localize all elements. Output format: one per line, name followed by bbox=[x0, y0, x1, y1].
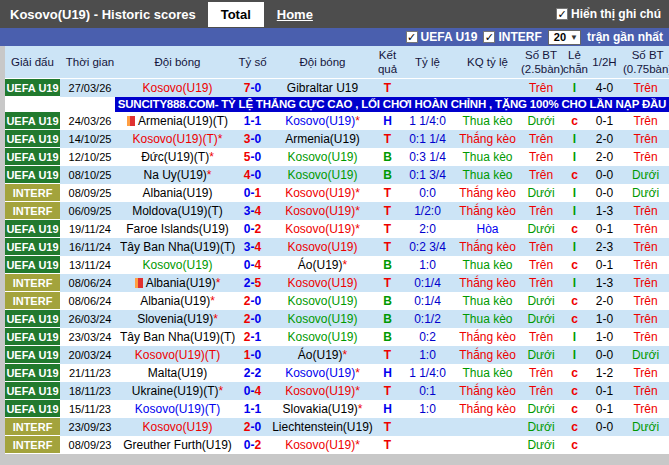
odds-cell: 1:0 bbox=[400, 256, 455, 274]
away-team[interactable]: Kosovo(U19)* bbox=[270, 382, 375, 400]
home-team[interactable]: Ukraine(U19)(T)* bbox=[120, 382, 235, 400]
over-under-2-5-cell: Dưới bbox=[520, 220, 562, 238]
league-badge: UEFA U19 bbox=[5, 346, 60, 364]
away-team[interactable]: Liechtenstein(U19) bbox=[270, 418, 375, 436]
column-header: Số BT (2.5bàn) bbox=[520, 48, 562, 77]
away-team[interactable]: Kosovo(U19)* bbox=[270, 112, 375, 130]
home-team[interactable]: Malta(U19) bbox=[120, 364, 235, 382]
odds-result-cell: Thua kèo bbox=[455, 364, 520, 382]
odd-even-cell: l bbox=[562, 274, 587, 292]
match-score: 1-0 bbox=[235, 346, 270, 364]
home-team[interactable]: Kosovo(U19)(T)* bbox=[120, 130, 235, 148]
result-cell: B bbox=[375, 310, 400, 328]
result-cell: T bbox=[375, 202, 400, 220]
home-team[interactable]: Albania(U19) bbox=[120, 184, 235, 202]
interf-checkbox[interactable]: ✓ bbox=[483, 31, 495, 43]
home-team[interactable]: Kosovo(U19) bbox=[120, 256, 235, 274]
league-badge: UEFA U19 bbox=[5, 238, 60, 256]
away-team[interactable]: Kosovo(U19)* bbox=[270, 220, 375, 238]
star-marker: * bbox=[355, 438, 360, 452]
ad-spacer bbox=[5, 97, 115, 112]
over-under-2-5-cell: Dưới bbox=[520, 418, 562, 436]
half-time-score-cell: 0-1 bbox=[587, 382, 622, 400]
uefa-checkbox[interactable]: ✓ bbox=[406, 31, 418, 43]
match-score: 0-4 bbox=[235, 256, 270, 274]
away-team[interactable]: Slovakia(U19)* bbox=[270, 400, 375, 418]
away-team[interactable]: Armenia(U19) bbox=[270, 130, 375, 148]
recent-count-select[interactable]: 20 ▼ bbox=[548, 30, 581, 45]
half-time-score-cell: 0-1 bbox=[587, 220, 622, 238]
away-team[interactable]: Kosovo(U19)* bbox=[270, 184, 375, 202]
half-time-score-cell: 0-1 bbox=[587, 112, 622, 130]
away-team[interactable]: Kosovo(U19)* bbox=[270, 364, 375, 382]
interf-filter: ✓ INTERF bbox=[483, 30, 541, 44]
home-team[interactable]: Tây Ban Nha(U19)(T)* bbox=[120, 328, 235, 346]
match-date: 23/09/23 bbox=[60, 418, 120, 436]
odds-result-cell: Thắng kèo bbox=[455, 274, 520, 292]
column-header: Tỷ lệ bbox=[400, 55, 455, 69]
home-team[interactable]: Kosovo(U19)(T) bbox=[120, 400, 235, 418]
away-team[interactable]: Áo(U19)* bbox=[270, 346, 375, 364]
home-team[interactable]: Greuther Furth(U19) bbox=[120, 436, 235, 454]
match-date: 12/10/25 bbox=[60, 148, 120, 166]
home-team[interactable]: Đức(U19)(T)* bbox=[120, 148, 235, 166]
match-date: 08/09/25 bbox=[60, 184, 120, 202]
table-body: UEFA U19 27/03/26 Kosovo(U19) 7-0 Gibral… bbox=[5, 79, 669, 454]
odds-result-cell: Thắng kèo bbox=[455, 238, 520, 256]
odds-result-cell: Hòa bbox=[455, 220, 520, 238]
home-team[interactable]: Albania(U19)* bbox=[120, 274, 235, 292]
away-team[interactable]: Kosovo(U19)* bbox=[270, 436, 375, 454]
league-badge: INTERF bbox=[5, 292, 60, 310]
tab-total[interactable]: Total bbox=[208, 2, 264, 27]
home-team[interactable]: Albania(U19)* bbox=[120, 292, 235, 310]
odd-even-cell: c bbox=[562, 436, 587, 454]
home-team[interactable]: Slovenia(U19)* bbox=[120, 310, 235, 328]
away-team[interactable]: Kosovo(U19) bbox=[270, 148, 375, 166]
odds-cell: 0:2 bbox=[400, 328, 455, 346]
home-team[interactable]: Na Uy(U19)* bbox=[120, 166, 235, 184]
over-under-2-5-cell: Trên bbox=[520, 256, 562, 274]
home-team[interactable]: Tây Ban Nha(U19)(T)* bbox=[120, 238, 235, 256]
half-time-score-cell: 4-0 bbox=[587, 79, 622, 97]
match-score: 5-0 bbox=[235, 148, 270, 166]
home-team[interactable]: Kosovo(U19) bbox=[120, 418, 235, 436]
away-team[interactable]: Gibraltar U19 bbox=[270, 79, 375, 97]
ad-banner[interactable]: SUNCITY888.COM- TỶ LỆ THẮNG CỰC CAO , LỐ… bbox=[115, 97, 669, 112]
result-cell: T bbox=[375, 184, 400, 202]
away-team[interactable]: Kosovo(U19) bbox=[270, 292, 375, 310]
match-date: 16/11/24 bbox=[60, 238, 120, 256]
first-half-over-under-cell: Trên bbox=[622, 220, 669, 238]
match-score: 4-0 bbox=[235, 166, 270, 184]
match-row: UEFA U19 24/03/26 Armenia(U19)(T) 1-1 Ko… bbox=[5, 112, 669, 130]
tab-home[interactable]: Home bbox=[264, 2, 326, 27]
home-team[interactable]: Armenia(U19)(T) bbox=[120, 112, 235, 130]
match-date: 23/03/24 bbox=[60, 328, 120, 346]
away-team[interactable]: Kosovo(U19) bbox=[270, 238, 375, 256]
show-notes-checkbox[interactable]: ✓ bbox=[556, 8, 568, 20]
home-team[interactable]: Kosovo(U19)(T) bbox=[120, 346, 235, 364]
match-date: 20/03/24 bbox=[60, 346, 120, 364]
league-badge: UEFA U19 bbox=[5, 220, 60, 238]
away-team[interactable]: Áo(U19)* bbox=[270, 256, 375, 274]
match-score: 2-0 bbox=[235, 418, 270, 436]
away-team[interactable]: Kosovo(U19) bbox=[270, 328, 375, 346]
ad-row: SUNCITY888.COM- TỶ LỆ THẮNG CỰC CAO , LỐ… bbox=[5, 97, 669, 112]
match-score: 0-1 bbox=[235, 184, 270, 202]
away-team[interactable]: Kosovo(U19) bbox=[270, 274, 375, 292]
star-marker: * bbox=[343, 348, 348, 362]
over-under-2-5-cell: Trên bbox=[520, 274, 562, 292]
home-team[interactable]: Faroe Islands(U19) bbox=[120, 220, 235, 238]
half-time-score-cell: 2-3 bbox=[587, 238, 622, 256]
home-team[interactable]: Kosovo(U19) bbox=[120, 79, 235, 97]
column-header: 1/2H bbox=[587, 55, 622, 69]
half-time-score-cell: 1-3 bbox=[587, 274, 622, 292]
away-team[interactable]: Kosovo(U19) bbox=[270, 166, 375, 184]
odd-even-cell: l bbox=[562, 184, 587, 202]
half-time-score-cell: 2-0 bbox=[587, 130, 622, 148]
odds-cell: 0:2 3/4 bbox=[400, 238, 455, 256]
uefa-filter: ✓ UEFA U19 bbox=[406, 30, 478, 44]
away-team[interactable]: Kosovo(U19) bbox=[270, 310, 375, 328]
match-date: 21/11/23 bbox=[60, 364, 120, 382]
home-team[interactable]: Moldova(U19)(T) bbox=[120, 202, 235, 220]
away-team[interactable]: Kosovo(U19)* bbox=[270, 202, 375, 220]
